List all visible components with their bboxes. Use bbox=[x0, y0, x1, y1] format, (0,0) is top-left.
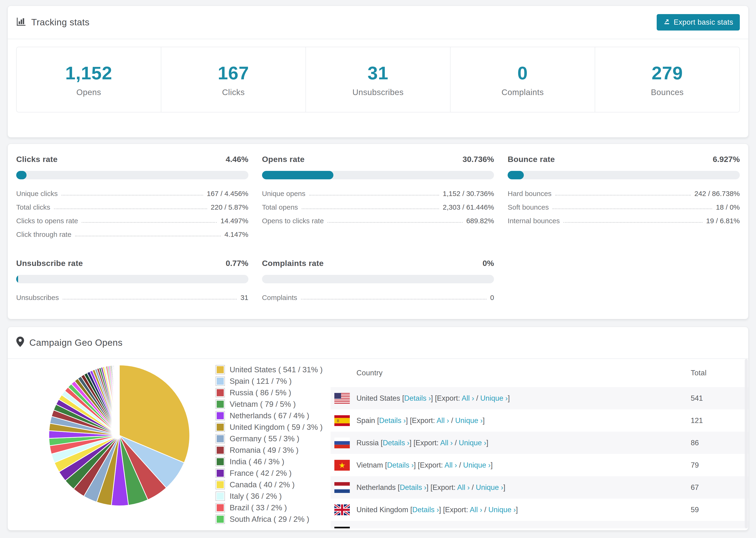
rate-title: Opens rate bbox=[262, 155, 305, 164]
map-pin-icon bbox=[16, 337, 24, 349]
rate-title: Clicks rate bbox=[16, 155, 58, 164]
geo-table: Country Total United States [Details ›] … bbox=[331, 359, 748, 528]
dotted-leader bbox=[564, 222, 702, 223]
export-all-link[interactable]: All › bbox=[457, 483, 469, 492]
details-link[interactable]: Details › bbox=[412, 506, 439, 514]
rate-row-label: Unique opens bbox=[262, 190, 305, 198]
export-unique-link[interactable]: Unique › bbox=[488, 506, 516, 514]
stat-box: 167Clicks bbox=[161, 47, 305, 112]
country-cell: Spain [Details ›] [Export: All › / Uniqu… bbox=[356, 416, 691, 425]
rate-card-header: Clicks rate4.46% bbox=[16, 155, 248, 164]
dotted-leader bbox=[75, 236, 221, 237]
legend-item: Romania ( 49 / 3% ) bbox=[216, 446, 323, 455]
country-name: Spain bbox=[356, 416, 377, 425]
export-unique-link[interactable]: Unique › bbox=[466, 528, 494, 529]
rate-row: Clicks to opens rate14.497% bbox=[16, 217, 248, 225]
tracking-stats-card: Tracking stats Export basic stats 1,152O… bbox=[8, 6, 748, 137]
legend-swatch bbox=[216, 434, 225, 443]
rate-card: Unsubscribe rate0.77%Unsubscribes31 bbox=[16, 259, 248, 307]
details-link[interactable]: Details › bbox=[383, 439, 409, 447]
pie-legend: United States ( 541 / 31% )Spain ( 121 /… bbox=[216, 365, 323, 526]
rate-progress-bar bbox=[262, 171, 494, 179]
export-all-link[interactable]: All › bbox=[461, 394, 474, 402]
export-icon bbox=[663, 18, 670, 27]
export-all-link[interactable]: All › bbox=[436, 416, 449, 425]
legend-item: Germany ( 55 / 3% ) bbox=[216, 434, 323, 443]
export-basic-stats-button[interactable]: Export basic stats bbox=[657, 14, 740, 30]
rate-row-value: 31 bbox=[241, 294, 248, 301]
bracket: [ bbox=[385, 461, 387, 469]
total-cell: 79 bbox=[691, 461, 748, 469]
bracket: ] bbox=[483, 416, 485, 425]
rate-card-header: Bounce rate6.927% bbox=[508, 155, 740, 164]
legend-item: India ( 46 / 3% ) bbox=[216, 457, 323, 466]
total-cell: 86 bbox=[691, 439, 748, 447]
rate-row: Opens to clicks rate689.82% bbox=[262, 217, 494, 225]
dotted-leader bbox=[82, 222, 217, 223]
legend-item: Italy ( 36 / 2% ) bbox=[216, 492, 323, 501]
bracket: [ bbox=[398, 483, 400, 492]
slash-separator: / bbox=[460, 528, 466, 529]
export-unique-link[interactable]: Unique › bbox=[459, 439, 486, 447]
rate-value: 4.46% bbox=[226, 155, 248, 164]
legend-label: Vietnam ( 79 / 5% ) bbox=[230, 400, 296, 409]
export-all-link[interactable]: All › bbox=[440, 439, 453, 447]
legend-swatch bbox=[216, 514, 225, 524]
stat-value: 167 bbox=[218, 62, 249, 84]
country-column-header: Country bbox=[356, 369, 691, 377]
bracket: [ bbox=[388, 528, 391, 529]
geo-section-title: Campaign Geo Opens bbox=[29, 338, 123, 348]
details-link[interactable]: Details › bbox=[391, 528, 417, 529]
legend-label: Italy ( 36 / 2% ) bbox=[230, 492, 282, 501]
export-prefix: ] [Export: bbox=[409, 439, 440, 447]
details-link[interactable]: Details › bbox=[379, 416, 406, 425]
details-link[interactable]: Details › bbox=[387, 461, 414, 469]
export-prefix: ] [Export: bbox=[439, 506, 470, 514]
bracket: ] bbox=[516, 506, 518, 514]
geo-title-wrap: Campaign Geo Opens bbox=[16, 337, 123, 349]
export-unique-link[interactable]: Unique › bbox=[463, 461, 491, 469]
legend-item: France ( 42 / 2% ) bbox=[216, 468, 323, 478]
export-all-link[interactable]: All › bbox=[470, 506, 482, 514]
slash-separator: / bbox=[457, 461, 463, 469]
rate-value: 6.927% bbox=[713, 155, 740, 164]
legend-label: Romania ( 49 / 3% ) bbox=[230, 446, 298, 455]
rate-row-value: 220 / 5.87% bbox=[211, 203, 248, 211]
country-cell: United Kingdom [Details ›] [Export: All … bbox=[356, 506, 691, 514]
export-all-link[interactable]: All › bbox=[448, 528, 460, 529]
export-unique-link[interactable]: Unique › bbox=[480, 394, 508, 402]
rate-row: Click through rate4.147% bbox=[16, 231, 248, 239]
rate-row-label: Complaints bbox=[262, 294, 297, 301]
legend-swatch-color bbox=[217, 447, 224, 454]
legend-swatch bbox=[216, 411, 225, 420]
rate-row-value: 19 / 6.81% bbox=[706, 217, 740, 225]
summary-row: 1,152Opens167Clicks31Unsubscribes0Compla… bbox=[16, 47, 740, 112]
table-row: United States [Details ›] [Export: All ›… bbox=[331, 387, 748, 409]
rate-row-value: 167 / 4.456% bbox=[207, 190, 248, 198]
rate-row-value: 242 / 86.738% bbox=[694, 190, 740, 198]
country-name: Russia bbox=[356, 439, 381, 447]
details-link[interactable]: Details › bbox=[404, 394, 431, 402]
table-row: Spain [Details ›] [Export: All › / Uniqu… bbox=[331, 409, 748, 432]
rate-row-label: Opens to clicks rate bbox=[262, 217, 324, 225]
rate-card: Complaints rate0%Complaints0 bbox=[262, 259, 494, 307]
rate-card: Bounce rate6.927%Hard bounces242 / 86.73… bbox=[508, 155, 740, 244]
stat-box: 31Unsubscribes bbox=[305, 47, 450, 112]
rate-row-label: Click through rate bbox=[16, 231, 71, 239]
pie-slice[interactable] bbox=[119, 365, 119, 435]
export-all-link[interactable]: All › bbox=[445, 461, 457, 469]
details-link[interactable]: Details › bbox=[400, 483, 427, 492]
export-button-label: Export basic stats bbox=[674, 18, 733, 27]
dotted-leader bbox=[302, 208, 439, 209]
export-unique-link[interactable]: Unique › bbox=[455, 416, 483, 425]
rate-row-value: 1,152 / 30.736% bbox=[443, 190, 494, 198]
rate-card-header: Opens rate30.736% bbox=[262, 155, 494, 164]
rate-card-header: Complaints rate0% bbox=[262, 259, 494, 268]
table-row: Netherlands [Details ›] [Export: All › /… bbox=[331, 476, 748, 499]
table-scrollbar[interactable] bbox=[745, 359, 748, 528]
rate-row: Internal bounces19 / 6.81% bbox=[508, 217, 740, 225]
rate-row-value: 0 bbox=[490, 294, 494, 301]
legend-swatch-color bbox=[217, 424, 224, 431]
export-unique-link[interactable]: Unique › bbox=[476, 483, 503, 492]
total-cell: 541 bbox=[691, 394, 748, 403]
